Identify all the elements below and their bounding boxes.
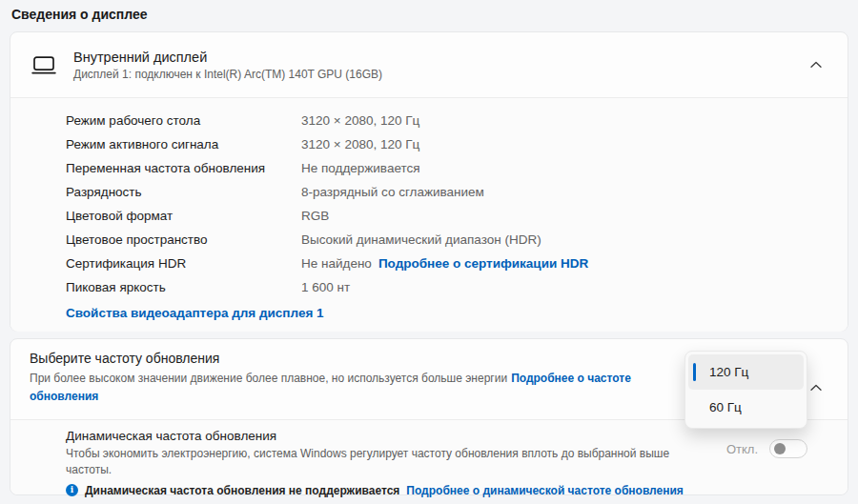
chevron-up-icon bbox=[810, 61, 822, 69]
chevron-up-icon bbox=[810, 384, 822, 392]
dynamic-refresh-learn-more-link[interactable]: Подробнее о динамической частоте обновле… bbox=[406, 484, 684, 497]
dynamic-refresh-description: Чтобы экономить электроэнергию, система … bbox=[66, 446, 710, 479]
toggle-knob bbox=[774, 443, 786, 454]
laptop-icon bbox=[31, 55, 60, 75]
display-adapter-properties-link[interactable]: Свойства видеоадаптера для дисплея 1 bbox=[66, 306, 324, 320]
detail-row: Режим активного сигнала 3120 × 2080, 120… bbox=[66, 132, 828, 156]
detail-row: Цветовой формат RGB bbox=[66, 204, 828, 228]
internal-display-header[interactable]: Внутренний дисплей Дисплей 1: подключен … bbox=[10, 32, 848, 97]
display-subtitle: Дисплей 1: подключен к Intel(R) Arc(TM) … bbox=[73, 68, 382, 81]
selection-indicator bbox=[693, 363, 696, 381]
info-icon: i bbox=[66, 484, 78, 496]
dynamic-refresh-toggle[interactable] bbox=[769, 439, 807, 458]
dynamic-refresh-panel: Динамическая частота обновления Чтобы эк… bbox=[10, 419, 848, 494]
dynamic-refresh-status: Динамическая частота обновления не подде… bbox=[85, 484, 399, 497]
internal-display-card: Внутренний дисплей Дисплей 1: подключен … bbox=[10, 31, 848, 332]
dynamic-refresh-toggle-block: Откл. bbox=[726, 439, 807, 458]
detail-row: Переменная частота обновления Не поддерж… bbox=[66, 156, 828, 180]
display-title: Внутренний дисплей bbox=[73, 50, 382, 65]
page-title: Сведения о дисплее bbox=[11, 7, 148, 22]
dropdown-option-120hz[interactable]: 120 Гц bbox=[688, 354, 804, 390]
detail-row: Разрядность 8-разрядный со сглаживанием bbox=[66, 180, 828, 204]
collapse-display-button[interactable] bbox=[804, 52, 828, 77]
refresh-rate-dropdown: 120 Гц 60 Гц bbox=[684, 351, 807, 429]
dynamic-refresh-info-row: i Динамическая частота обновления не под… bbox=[66, 484, 828, 497]
detail-row: Пиковая яркость 1 600 нт bbox=[66, 275, 828, 299]
detail-row: Цветовое пространство Высокий динамическ… bbox=[66, 228, 828, 252]
toggle-state-label: Откл. bbox=[726, 442, 758, 456]
refresh-rate-description: При более высоком значении движение боле… bbox=[30, 370, 697, 405]
detail-row: Режим рабочего стола 3120 × 2080, 120 Гц bbox=[66, 109, 828, 132]
dropdown-option-60hz[interactable]: 60 Гц bbox=[688, 390, 804, 425]
display-details-panel: Режим рабочего стола 3120 × 2080, 120 Гц… bbox=[10, 97, 848, 332]
detail-row: Сертификация HDR Не найдено Подробнее о … bbox=[66, 252, 828, 275]
dynamic-refresh-title: Динамическая частота обновления bbox=[66, 429, 828, 443]
hdr-certification-link[interactable]: Подробнее о сертификации HDR bbox=[378, 256, 588, 271]
